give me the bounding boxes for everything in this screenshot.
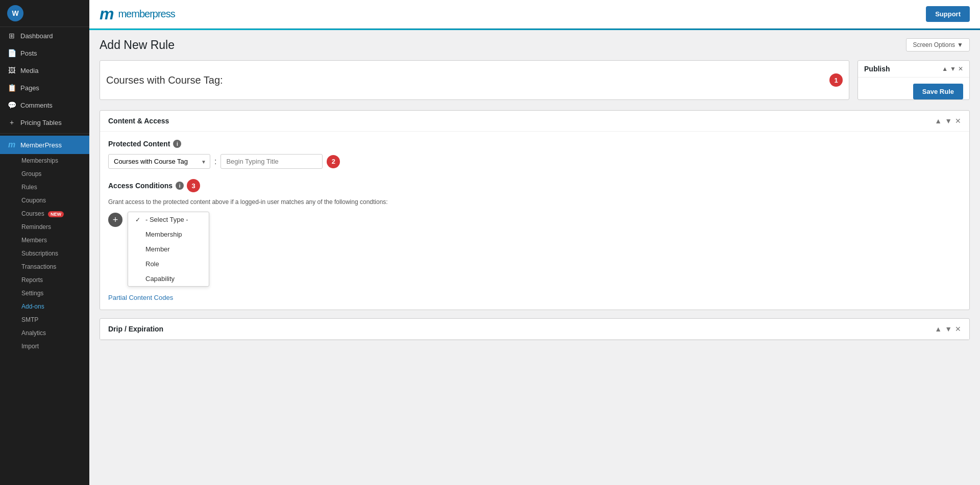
partial-content-codes-link[interactable]: Partial Content Codes (108, 294, 173, 301)
access-type-dropdown: ✓ - Select Type - Membership Member (128, 212, 209, 287)
drip-expiration-header: Drip / Expiration ▲ ▼ ✕ (100, 319, 969, 340)
sidebar-item-label: Posts (20, 49, 37, 57)
step-badge-3: 3 (187, 179, 200, 192)
card-collapse-down-icon[interactable]: ▼ (945, 117, 952, 125)
colon-separator: : (214, 157, 216, 166)
memberpress-submenu: Memberships Groups Rules Coupons Courses… (0, 154, 89, 353)
topbar: m memberpress Support (89, 0, 980, 29)
sidebar-sub-reminders[interactable]: Reminders (7, 220, 89, 234)
protected-content-row: Courses with Course Tag All Content Sing… (108, 154, 961, 169)
drip-collapse-up-icon[interactable]: ▲ (935, 325, 942, 333)
sidebar-item-memberpress[interactable]: m MemberPress (0, 136, 89, 154)
publish-title: Publish (864, 65, 890, 73)
sidebar-item-pricing-tables[interactable]: + Pricing Tables (0, 114, 89, 131)
publish-body: Save Rule (858, 78, 969, 90)
wp-logo-icon: W (7, 5, 23, 21)
collapse-up-icon[interactable]: ▲ (942, 65, 948, 72)
content-type-select[interactable]: Courses with Course Tag All Content Sing… (108, 154, 210, 169)
sidebar-sub-courses[interactable]: Courses NEW (7, 207, 89, 220)
rule-title-input-wrap: 1 (100, 60, 849, 100)
sidebar-logo: W (0, 0, 89, 27)
sidebar-item-label: Pricing Tables (20, 119, 62, 126)
support-button[interactable]: Support (926, 6, 970, 22)
sidebar-item-label: Media (20, 67, 38, 74)
sidebar-sub-rules[interactable]: Rules (7, 181, 89, 194)
page-title: Add New Rule (100, 38, 175, 52)
topbar-logo: m memberpress (100, 5, 175, 23)
chevron-down-icon: ▼ (957, 41, 963, 48)
access-row: + ✓ - Select Type - Membership (108, 212, 961, 287)
new-badge: NEW (48, 211, 64, 217)
mp-logo-m: m (100, 5, 114, 23)
step-badge-1: 1 (829, 73, 843, 87)
save-rule-button[interactable]: Save Rule (913, 84, 963, 99)
sidebar-sub-import[interactable]: Import (7, 340, 89, 353)
drip-expiration-card: Drip / Expiration ▲ ▼ ✕ (100, 318, 970, 340)
dropdown-item-member[interactable]: Member (128, 242, 209, 257)
access-conditions-info-icon[interactable]: i (176, 182, 184, 190)
page-header: Add New Rule Screen Options ▼ (100, 38, 970, 52)
sidebar-sub-groups[interactable]: Groups (7, 167, 89, 181)
drip-card-controls: ▲ ▼ ✕ (935, 325, 961, 333)
sidebar-sub-reports[interactable]: Reports (7, 273, 89, 287)
step-badge-2: 2 (327, 155, 340, 168)
dropdown-item-membership[interactable]: Membership (128, 227, 209, 242)
memberpress-icon: m (7, 140, 16, 149)
sidebar-sub-coupons[interactable]: Coupons (7, 194, 89, 207)
sidebar-sub-smtp[interactable]: SMTP (7, 313, 89, 326)
sidebar-sub-memberships[interactable]: Memberships (7, 154, 89, 167)
posts-icon: 📄 (7, 49, 16, 57)
title-search-input[interactable] (220, 154, 323, 169)
sidebar-sub-add-ons[interactable]: Add-ons (7, 300, 89, 313)
sidebar-item-label: Pages (20, 84, 39, 92)
access-conditions-section: Access Conditions i 3 Grant access to th… (108, 179, 961, 301)
drip-collapse-down-icon[interactable]: ▼ (945, 325, 952, 333)
collapse-down-icon[interactable]: ▼ (950, 65, 956, 72)
sidebar-sub-members[interactable]: Members (7, 234, 89, 247)
content-type-select-wrap: Courses with Course Tag All Content Sing… (108, 154, 210, 169)
content-access-header: Content & Access ▲ ▼ ✕ (100, 111, 969, 132)
close-icon[interactable]: ✕ (958, 65, 963, 72)
screen-options-button[interactable]: Screen Options ▼ (906, 38, 970, 52)
card-close-icon[interactable]: ✕ (955, 117, 961, 125)
pages-icon: 📋 (7, 84, 16, 92)
sidebar-item-pages[interactable]: 📋 Pages (0, 79, 89, 96)
sidebar-item-label: Dashboard (20, 32, 53, 40)
sidebar: W ⊞ Dashboard 📄 Posts 🖼 Media 📋 Pages 💬 … (0, 0, 89, 485)
rule-title-row: 1 Publish ▲ ▼ ✕ Save Rule (100, 60, 970, 100)
card-controls: ▲ ▼ ✕ (935, 117, 961, 125)
access-grant-text: Grant access to the protected content ab… (108, 198, 961, 206)
media-icon: 🖼 (7, 66, 16, 74)
publish-header: Publish ▲ ▼ ✕ (858, 61, 969, 78)
content-access-card: Content & Access ▲ ▼ ✕ Protected Content… (100, 110, 970, 310)
dropdown-item-capability[interactable]: Capability (128, 271, 209, 286)
drip-close-icon[interactable]: ✕ (955, 325, 961, 333)
sidebar-item-label: Comments (20, 101, 53, 109)
content-access-body: Protected Content i Courses with Course … (100, 132, 969, 310)
sidebar-sub-transactions[interactable]: Transactions (7, 260, 89, 273)
sidebar-item-comments[interactable]: 💬 Comments (0, 96, 89, 114)
sidebar-sub-analytics[interactable]: Analytics (7, 326, 89, 340)
add-condition-button[interactable]: + (108, 213, 122, 227)
content-access-title: Content & Access (108, 117, 169, 125)
sidebar-item-label: MemberPress (20, 141, 62, 149)
sidebar-sub-subscriptions[interactable]: Subscriptions (7, 247, 89, 260)
sidebar-sub-settings[interactable]: Settings (7, 287, 89, 300)
publish-box: Publish ▲ ▼ ✕ Save Rule (857, 60, 970, 100)
sidebar-item-media[interactable]: 🖼 Media (0, 62, 89, 79)
content-area: Add New Rule Screen Options ▼ 1 Publish (89, 30, 980, 485)
sidebar-item-posts[interactable]: 📄 Posts (0, 44, 89, 62)
sidebar-item-dashboard[interactable]: ⊞ Dashboard (0, 27, 89, 44)
publish-arrows: ▲ ▼ ✕ (942, 65, 963, 72)
dashboard-icon: ⊞ (7, 32, 16, 40)
rule-title-input[interactable] (106, 74, 825, 86)
dropdown-item-role[interactable]: Role (128, 257, 209, 271)
protected-content-info-icon[interactable]: i (173, 140, 181, 148)
card-collapse-up-icon[interactable]: ▲ (935, 117, 942, 125)
protected-content-label: Protected Content i (108, 140, 961, 148)
pricing-icon: + (7, 118, 16, 126)
check-icon: ✓ (135, 216, 142, 223)
dropdown-item-select-type[interactable]: ✓ - Select Type - (128, 212, 209, 227)
main-area: m memberpress Support Add New Rule Scree… (89, 0, 980, 485)
mp-logo-text: memberpress (118, 8, 175, 20)
